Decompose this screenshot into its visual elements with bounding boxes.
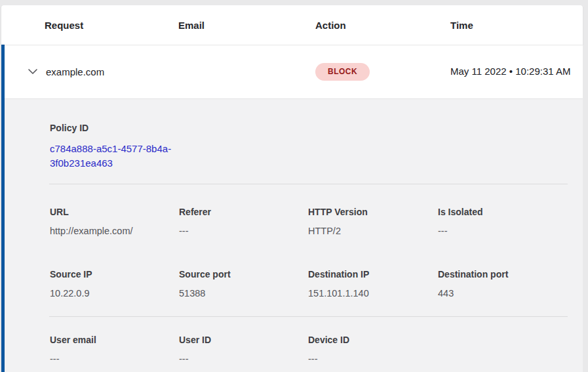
chevron-down-icon[interactable] (28, 68, 38, 75)
field-referer-value: --- (179, 226, 308, 236)
field-user-id-label: User ID (179, 335, 308, 345)
field-is-isolated-label: Is Isolated (438, 207, 570, 217)
field-user-id: User ID --- (179, 335, 308, 364)
field-destination-ip-label: Destination IP (308, 269, 438, 279)
column-header-request: Request (45, 20, 178, 31)
log-table-card: Request Email Action Time example.com BL… (1, 5, 583, 372)
field-url-label: URL (50, 207, 179, 217)
field-referer: Referer --- (179, 207, 308, 236)
detail-row-user: User email --- User ID --- Device ID --- (5, 317, 583, 372)
detail-row-http: URL http://example.com/ Referer --- HTTP… (5, 184, 583, 236)
table-header: Request Email Action Time (1, 5, 583, 45)
policy-id-section: Policy ID c784a888-a5c1-4577-8b4a-3f0b23… (5, 99, 583, 184)
field-device-id-label: Device ID (308, 335, 438, 345)
field-destination-port-value: 443 (438, 288, 570, 299)
field-source-ip-label: Source IP (50, 269, 179, 279)
time-cell: May 11 2022 • 10:29:31 AM (450, 64, 575, 79)
block-status-badge: BLOCK (315, 63, 370, 81)
field-user-email-label: User email (50, 335, 179, 345)
column-header-email: Email (178, 20, 315, 31)
field-url: URL http://example.com/ (50, 207, 179, 236)
field-source-ip: Source IP 10.22.0.9 (50, 269, 179, 299)
field-destination-ip-value: 151.101.1.140 (308, 288, 438, 299)
expanded-row-region: example.com BLOCK May 11 2022 • 10:29:31… (1, 45, 583, 372)
field-referer-label: Referer (179, 207, 308, 217)
field-source-port-label: Source port (179, 269, 308, 279)
policy-id-link[interactable]: c784a888-a5c1-4577-8b4a-3f0b231ea463 (50, 142, 180, 171)
field-source-ip-value: 10.22.0.9 (50, 288, 179, 299)
column-header-time: Time (450, 20, 583, 31)
field-user-id-value: --- (179, 354, 308, 364)
log-detail-panel: Policy ID c784a888-a5c1-4577-8b4a-3f0b23… (5, 98, 583, 372)
field-http-version-label: HTTP Version (308, 207, 438, 217)
log-row-example-com[interactable]: example.com BLOCK May 11 2022 • 10:29:31… (5, 45, 583, 98)
field-source-port-value: 51388 (179, 288, 308, 299)
field-source-port: Source port 51388 (179, 269, 308, 299)
field-http-version: HTTP Version HTTP/2 (308, 207, 438, 236)
request-cell: example.com (46, 66, 178, 77)
field-is-isolated: Is Isolated --- (438, 207, 570, 236)
field-url-value: http://example.com/ (50, 226, 179, 236)
detail-row-network: Source IP 10.22.0.9 Source port 51388 De… (5, 236, 583, 316)
column-header-action: Action (315, 20, 450, 31)
field-is-isolated-value: --- (438, 226, 570, 236)
field-device-id: Device ID --- (308, 335, 438, 364)
field-device-id-value: --- (308, 354, 438, 364)
field-destination-port: Destination port 443 (438, 269, 570, 299)
action-cell: BLOCK (315, 63, 450, 81)
field-destination-ip: Destination IP 151.101.1.140 (308, 269, 438, 299)
policy-id-label: Policy ID (50, 123, 568, 133)
field-user-email-value: --- (50, 354, 179, 364)
field-destination-port-label: Destination port (438, 269, 570, 279)
field-http-version-value: HTTP/2 (308, 226, 438, 236)
field-user-email: User email --- (50, 335, 179, 364)
